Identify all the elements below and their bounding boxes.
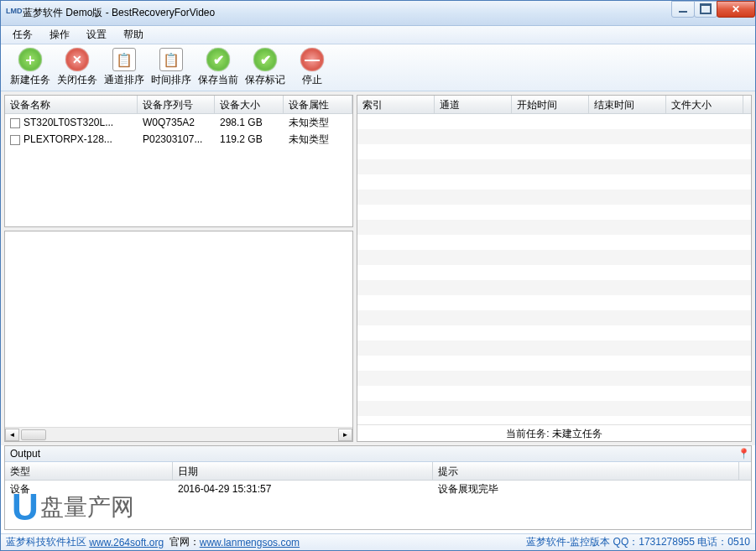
- menu-bar: 任务 操作 设置 帮助: [1, 26, 755, 44]
- horizontal-scrollbar[interactable]: ◄ ►: [5, 427, 352, 441]
- col-channel[interactable]: 通道: [435, 96, 512, 113]
- col-device-name[interactable]: 设备名称: [5, 96, 138, 113]
- pin-icon[interactable]: 📍: [738, 448, 746, 456]
- col-index[interactable]: 索引: [357, 96, 435, 113]
- official-link[interactable]: www.lanmengsos.com: [200, 537, 300, 548]
- col-size[interactable]: 设备大小: [215, 96, 284, 113]
- maximize-button[interactable]: [694, 1, 717, 18]
- close-button[interactable]: [717, 1, 755, 18]
- device-checkbox[interactable]: [10, 135, 20, 145]
- task-status: 当前任务: 未建立任务: [357, 424, 751, 441]
- time-sort-button[interactable]: 📋 时间排序: [149, 46, 194, 89]
- result-panel: 索引 通道 开始时间 结束时间 文件大小 当前任务: 未建立任务: [357, 95, 752, 442]
- scroll-left-button[interactable]: ◄: [5, 429, 19, 441]
- col-date[interactable]: 日期: [173, 462, 433, 480]
- scroll-right-button[interactable]: ►: [338, 429, 352, 441]
- col-filesize[interactable]: 文件大小: [666, 96, 743, 113]
- scroll-thumb[interactable]: [21, 429, 46, 440]
- col-end[interactable]: 结束时间: [589, 96, 666, 113]
- menu-operate[interactable]: 操作: [43, 26, 76, 44]
- new-task-button[interactable]: ＋ 新建任务: [8, 46, 53, 89]
- output-row[interactable]: 设备 2016-04-29 15:31:57 设备展现完毕: [5, 481, 751, 497]
- device-row[interactable]: ST320LT0ST320L... W0Q735A2 298.1 GB 未知类型: [5, 114, 352, 131]
- col-start[interactable]: 开始时间: [512, 96, 589, 113]
- check-icon: ✔: [206, 48, 230, 71]
- stop-button[interactable]: ― 停止: [289, 46, 335, 89]
- col-msg[interactable]: 提示: [433, 462, 739, 480]
- menu-task[interactable]: 任务: [6, 26, 39, 44]
- x-icon: ✕: [65, 48, 89, 71]
- menu-settings[interactable]: 设置: [80, 26, 113, 44]
- save-current-button[interactable]: ✔ 保存当前: [196, 46, 241, 89]
- close-task-button[interactable]: ✕ 关闭任务: [55, 46, 100, 89]
- channel-sort-button[interactable]: 📋 通道排序: [102, 46, 147, 89]
- output-table-header: 类型 日期 提示: [5, 462, 751, 481]
- col-type[interactable]: 类型: [5, 462, 173, 480]
- stop-icon: ―: [300, 48, 324, 71]
- window-title: 蓝梦软件 Demo版 - BestRecoveryForVideo: [23, 6, 672, 20]
- minimize-button[interactable]: [671, 1, 695, 18]
- status-bar: 蓝梦科技软件社区 www.264soft.org 官网： www.lanmeng…: [1, 533, 755, 550]
- check-icon: ✔: [253, 48, 277, 71]
- output-title: Output: [10, 448, 40, 460]
- menu-help[interactable]: 帮助: [117, 26, 150, 44]
- app-window: LMD 蓝梦软件 Demo版 - BestRecoveryForVideo 任务…: [0, 0, 756, 551]
- save-mark-button[interactable]: ✔ 保存标记: [242, 46, 288, 89]
- result-table-header: 索引 通道 开始时间 结束时间 文件大小: [357, 96, 751, 114]
- col-attr[interactable]: 设备属性: [284, 96, 352, 113]
- calendar-icon: 📋: [159, 48, 183, 71]
- device-panel: 设备名称 设备序列号 设备大小 设备属性 ST320LT0ST320L... W…: [4, 95, 353, 227]
- plus-icon: ＋: [18, 48, 42, 71]
- device-table-header: 设备名称 设备序列号 设备大小 设备属性: [5, 96, 352, 114]
- app-icon: LMD: [6, 7, 19, 20]
- detail-panel: ◄ ►: [4, 231, 353, 442]
- toolbar: ＋ 新建任务 ✕ 关闭任务 📋 通道排序 📋 时间排序 ✔ 保存当前 ✔ 保存标…: [1, 44, 755, 91]
- title-bar[interactable]: LMD 蓝梦软件 Demo版 - BestRecoveryForVideo: [1, 1, 755, 26]
- main-area: 设备名称 设备序列号 设备大小 设备属性 ST320LT0ST320L... W…: [1, 91, 755, 445]
- device-row[interactable]: PLEXTORPX-128... P02303107... 119.2 GB 未…: [5, 131, 352, 148]
- output-section: Output 📍 类型 日期 提示 设备 2016-04-29 15:31:57…: [4, 445, 752, 530]
- contact-info: 蓝梦软件-监控版本 QQ：1731278955 电话：0510: [526, 535, 750, 549]
- community-link[interactable]: www.264soft.org: [89, 537, 164, 548]
- col-serial[interactable]: 设备序列号: [138, 96, 215, 113]
- calendar-icon: 📋: [112, 48, 136, 71]
- result-table-body: [357, 114, 751, 424]
- device-checkbox[interactable]: [10, 118, 20, 128]
